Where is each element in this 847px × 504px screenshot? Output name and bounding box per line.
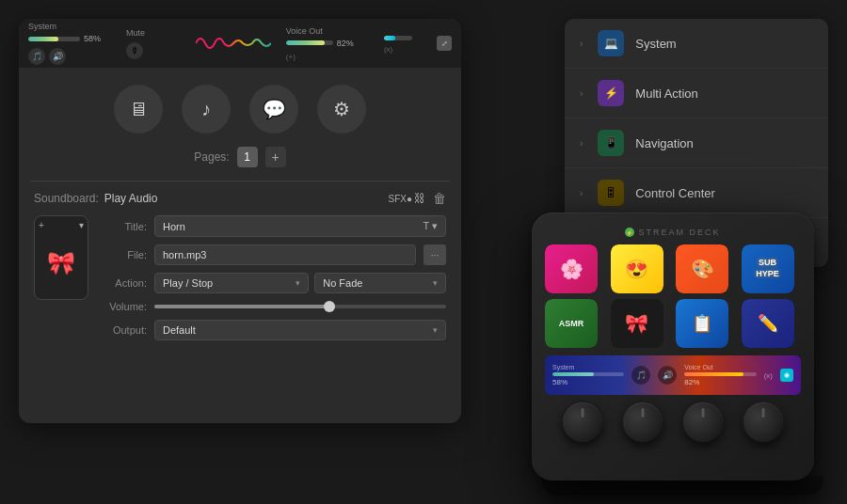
- volume-slider[interactable]: [154, 305, 446, 308]
- meter-output-label: Voice Out: [286, 26, 376, 36]
- deck-knob-3[interactable]: [683, 402, 723, 442]
- link-icon: ⛓: [414, 192, 425, 205]
- browse-btn[interactable]: ···: [424, 244, 446, 265]
- title-label: Title:: [102, 221, 147, 232]
- output-value: Default: [163, 324, 196, 336]
- deck-btn-1[interactable]: 🌸: [545, 244, 598, 293]
- thumb-add-btn[interactable]: +: [39, 220, 44, 230]
- deck-lcd: System 58% 🎵 🔊 Voice Out 82% (x) ◉: [545, 355, 801, 395]
- lcd-meter-output: Voice Out 82%: [684, 364, 756, 386]
- deck-btn-3-img: 🎨: [676, 244, 728, 293]
- lcd-system-label: System: [552, 364, 624, 370]
- deck-brand: ⚡ STREAM DECK: [545, 228, 801, 237]
- multi-action-icon: ⚡: [604, 87, 618, 100]
- volume-label: Volume:: [102, 301, 147, 312]
- deck-btn-7[interactable]: 📋: [676, 299, 728, 348]
- stream-deck-device: ⚡ STREAM DECK 🌸 😍 🎨: [532, 213, 833, 495]
- multi-chevron: ›: [580, 88, 583, 99]
- waveform-display: [188, 26, 279, 60]
- deck-btn-5-img: ASMR: [545, 299, 598, 348]
- multi-action-item[interactable]: › ⚡ Multi Action: [565, 69, 828, 118]
- deck-knob-4[interactable]: [743, 402, 783, 442]
- volume-row: Volume:: [102, 301, 446, 312]
- deck-knob-1[interactable]: [563, 402, 602, 442]
- meter-output-value: 82%: [337, 39, 354, 48]
- deck-btn-3[interactable]: 🎨: [676, 244, 728, 293]
- lcd-indicator: ◉: [780, 369, 793, 382]
- lcd-content: System 58% 🎵 🔊 Voice Out 82% (x) ◉: [545, 355, 801, 395]
- meter-system-value: 58%: [84, 34, 101, 43]
- lcd-meter-system: System 58%: [552, 364, 624, 386]
- nav-chat-btn[interactable]: 💬: [249, 85, 298, 134]
- navigation-item[interactable]: › 📱 Navigation: [565, 118, 828, 168]
- control-center-icon-box: 🎛: [598, 180, 624, 206]
- action-select[interactable]: Play / Stop ▾: [154, 273, 309, 293]
- deck-buttons-grid: 🌸 😍 🎨 SUBHYPE: [545, 244, 801, 348]
- navigation-label: Navigation: [635, 136, 813, 150]
- nav-chevron: ›: [580, 138, 583, 149]
- fade-select[interactable]: No Fade ▾: [314, 273, 446, 293]
- deck-btn-4-img: SUBHYPE: [742, 244, 794, 293]
- nav-settings-btn[interactable]: ⚙: [317, 85, 366, 134]
- deck-btn-5[interactable]: ASMR: [545, 299, 598, 348]
- add-page-btn[interactable]: +: [265, 147, 286, 167]
- title-row: Title: Horn T ▾: [102, 215, 446, 237]
- control-center-item[interactable]: › 🎛 Control Center: [565, 168, 828, 218]
- main-container: System 58% 🎵 🔊 Mute 🎙: [0, 0, 847, 504]
- deck-btn-4[interactable]: SUBHYPE: [742, 244, 794, 293]
- system-action-item[interactable]: › 💻 System: [565, 19, 828, 69]
- soundboard-action-label: Play Audio: [104, 192, 158, 205]
- trash-icon[interactable]: 🗑: [433, 191, 446, 206]
- deck-btn-7-img: 📋: [676, 299, 728, 348]
- sfx-label: SFX●: [389, 194, 413, 204]
- lcd-icon-1: 🎵: [631, 366, 650, 385]
- file-input[interactable]: horn.mp3: [154, 244, 416, 265]
- control-center-label: Control Center: [635, 186, 813, 200]
- thumb-dropdown-btn[interactable]: ▾: [79, 220, 84, 230]
- sfx-btn[interactable]: SFX● ⛓: [389, 192, 426, 205]
- deck-btn-2[interactable]: 😍: [611, 244, 663, 293]
- system-icon-box: 💻: [598, 30, 624, 56]
- output-row: Output: Default ▾: [102, 320, 446, 340]
- file-label: File:: [102, 249, 147, 260]
- form-fields: Title: Horn T ▾ File: horn.mp3 ···: [102, 215, 446, 340]
- deck-btn-2-img: 😍: [611, 244, 663, 293]
- nav-music-btn[interactable]: ♪: [182, 85, 231, 134]
- title-input[interactable]: Horn T ▾: [154, 215, 446, 237]
- lcd-icon-2: 🔊: [658, 366, 677, 385]
- lcd-output-pct: 82%: [684, 378, 756, 386]
- deck-body: ⚡ STREAM DECK 🌸 😍 🎨: [532, 213, 814, 480]
- top-bar: System 58% 🎵 🔊 Mute 🎙: [19, 19, 461, 68]
- page-1-btn[interactable]: 1: [237, 147, 258, 167]
- action-label: Action:: [102, 277, 147, 289]
- navigation-icon: 📱: [604, 136, 618, 150]
- sound-thumbnail[interactable]: + ▾ 🎀: [34, 215, 88, 300]
- action-chevron: ▾: [296, 278, 300, 288]
- lcd-system-pct: 58%: [552, 378, 624, 386]
- soundboard-section-label: Soundboard:: [34, 192, 99, 205]
- file-row: File: horn.mp3 ···: [102, 244, 446, 265]
- control-chevron: ›: [580, 188, 583, 198]
- nav-monitor-btn[interactable]: 🖥: [114, 85, 163, 134]
- meter-system-label: System: [28, 22, 119, 31]
- deck-knob-2[interactable]: [623, 402, 663, 442]
- deck-brand-text: STREAM DECK: [638, 228, 720, 237]
- deck-btn-6-img: 🎀: [611, 299, 663, 348]
- expand-icon[interactable]: ⤢: [437, 36, 452, 51]
- deck-btn-6[interactable]: 🎀: [611, 299, 663, 348]
- action-row: Action: Play / Stop ▾ No Fade ▾: [102, 273, 446, 293]
- control-center-icon: 🎛: [605, 186, 616, 199]
- deck-btn-8[interactable]: ✏️: [742, 299, 794, 348]
- output-select[interactable]: Default ▾: [154, 320, 446, 340]
- left-panel: System 58% 🎵 🔊 Mute 🎙: [19, 19, 461, 423]
- meter-mute: Mute 🎙: [126, 28, 181, 59]
- bow-tie-icon: 🎀: [47, 250, 75, 276]
- deck-brand-logo: ⚡: [625, 228, 634, 237]
- meter-output: Voice Out 82% (+): [286, 26, 376, 61]
- text-format-icon: T ▾: [423, 220, 438, 232]
- meter-mute-label: Mute: [126, 28, 181, 38]
- nav-icons-row: 🖥 ♪ 💬 ⚙: [19, 68, 461, 147]
- system-icon: 💻: [604, 37, 618, 50]
- pages-label: Pages:: [194, 150, 229, 164]
- soundboard-header: Soundboard: Play Audio SFX● ⛓ 🗑: [19, 181, 461, 215]
